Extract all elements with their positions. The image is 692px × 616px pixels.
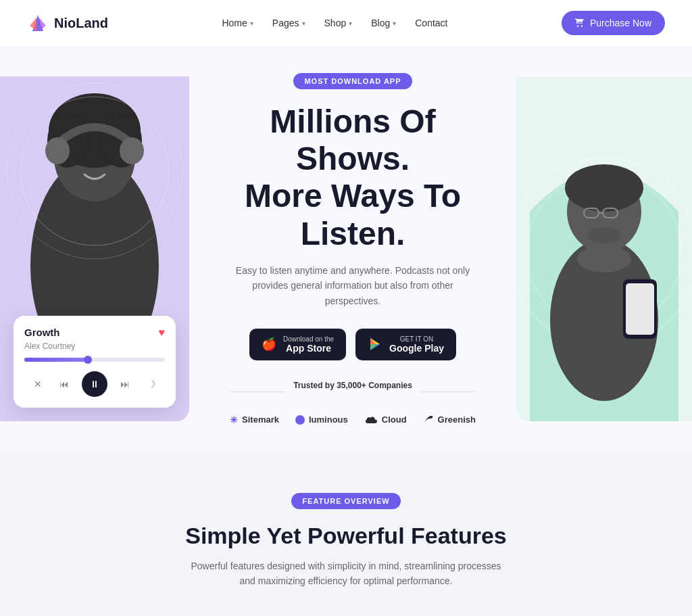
progress-bar[interactable] [24, 358, 165, 362]
svg-point-30 [587, 227, 621, 243]
player-controls: ✕ ⏮ ⏸ ⏭ ☽ [24, 371, 165, 397]
google-play-main-label: Google Play [389, 343, 444, 354]
features-badge: FEATURE OVERVIEW [291, 493, 400, 509]
logo-text: NioLand [54, 16, 108, 31]
app-store-main-label: App Store [283, 343, 334, 354]
cart-icon [575, 18, 585, 28]
navbar: NioLand Home ▾ Pages ▾ Shop ▾ Blog ▾ Con… [0, 0, 692, 46]
google-play-button[interactable]: GET IT ON Google Play [355, 329, 456, 360]
nav-item-contact[interactable]: Contact [415, 18, 447, 28]
features-section: FEATURE OVERVIEW Simple Yet Powerful Fea… [0, 452, 692, 616]
apple-icon: 🍎 [262, 337, 276, 352]
hero-right-image [516, 76, 692, 421]
progress-thumb [84, 356, 92, 364]
trusted-divider: Trusted by 35,000+ Companies [230, 381, 476, 404]
svg-point-10 [120, 137, 144, 164]
prev-button[interactable]: ⏮ [55, 375, 74, 394]
asterisk-icon: ✳ [230, 414, 238, 425]
progress-fill [24, 358, 88, 362]
circle-dot-icon [295, 415, 305, 425]
hero-subtitle: Easy to listen anytime and anywhere. Pod… [231, 263, 474, 308]
brand-luminous: luminous [295, 414, 348, 425]
trusted-text: Trusted by 35,000+ Companies [293, 381, 412, 390]
chevron-down-icon: ▾ [393, 20, 396, 27]
player-artist: Alex Courtney [24, 341, 165, 351]
next-button[interactable]: ⏭ [116, 375, 134, 394]
svg-point-9 [45, 137, 70, 164]
app-store-sub-label: Download on the [283, 335, 334, 343]
google-play-icon [368, 337, 382, 352]
chevron-down-icon: ▾ [349, 20, 352, 27]
nav-item-home[interactable]: Home ▾ [222, 18, 253, 28]
hero-center: MOST DOWNLOAD APP Millions Of Shows. Mor… [189, 46, 516, 452]
hero-left-image: Growth ♥ Alex Courtney ✕ ⏮ ⏸ ⏭ ☽ [0, 76, 189, 421]
brand-sitemark: ✳ Sitemark [230, 414, 279, 425]
hero-title: Millions Of Shows. More Ways To Listen. [230, 103, 476, 252]
chevron-down-icon: ▾ [250, 20, 253, 27]
cloud-icon [364, 415, 378, 425]
nav-links: Home ▾ Pages ▾ Shop ▾ Blog ▾ Contact [222, 18, 447, 28]
leaf-icon [423, 414, 434, 425]
shuffle-button[interactable]: ✕ [28, 375, 47, 394]
nav-item-shop[interactable]: Shop ▾ [324, 18, 353, 28]
app-store-button[interactable]: 🍎 Download on the App Store [249, 329, 346, 360]
purchase-now-button[interactable]: Purchase Now [562, 11, 665, 35]
brand-greenish: Greenish [423, 414, 476, 425]
nav-item-pages[interactable]: Pages ▾ [272, 18, 305, 28]
player-title: Growth [24, 327, 60, 338]
nav-item-blog[interactable]: Blog ▾ [371, 18, 396, 28]
moon-icon[interactable]: ☽ [142, 375, 161, 394]
play-pause-button[interactable]: ⏸ [82, 371, 107, 397]
music-player-card: Growth ♥ Alex Courtney ✕ ⏮ ⏸ ⏭ ☽ [14, 316, 176, 408]
brand-logos: ✳ Sitemark luminous Cloud Greenish [230, 414, 476, 425]
hero-section: Growth ♥ Alex Courtney ✕ ⏮ ⏸ ⏭ ☽ MOST DO… [0, 46, 692, 452]
brand-cloud: Cloud [364, 414, 407, 425]
features-title: Simple Yet Powerful Features [27, 523, 665, 549]
chevron-down-icon: ▾ [302, 20, 305, 27]
heart-icon: ♥ [159, 327, 166, 339]
svg-rect-29 [626, 283, 654, 335]
divider-right [420, 392, 476, 392]
store-buttons: 🍎 Download on the App Store GET IT ON Go… [249, 329, 456, 360]
features-subtitle: Powerful features designed with simplici… [184, 559, 508, 589]
divider-left [230, 392, 285, 392]
hero-badge: MOST DOWNLOAD APP [293, 73, 412, 89]
google-play-sub-label: GET IT ON [389, 335, 444, 343]
logo[interactable]: NioLand [27, 12, 108, 34]
svg-point-23 [565, 164, 643, 212]
hero-person-right-illustration [516, 76, 692, 421]
